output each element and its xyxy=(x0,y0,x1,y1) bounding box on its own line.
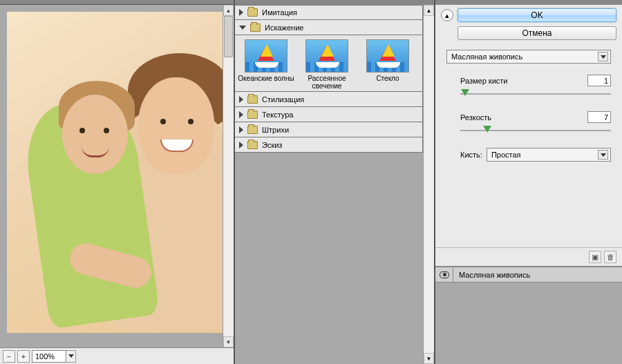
distort-thumbnails: Океанские волны Рассеянное свечение Стек… xyxy=(235,35,423,92)
category-label: Стилизация xyxy=(262,95,304,104)
sharpness-input[interactable] xyxy=(587,111,611,123)
param-sharpness: Резкость xyxy=(460,111,611,135)
disclosure-right-icon xyxy=(239,111,243,118)
category-label: Штрихи xyxy=(262,126,289,134)
double-chevron-up-icon: ▴ xyxy=(445,11,449,20)
preview-topbar xyxy=(0,0,234,5)
brush-type-row: Кисть: Простая xyxy=(460,148,611,162)
filter-select-value: Масляная живопись xyxy=(451,52,522,61)
controls-top: ▴ OK Отмена Масляная живопись Размер кис… xyxy=(435,0,622,162)
folder-icon xyxy=(247,126,258,134)
controls-panel: ▴ OK Отмена Масляная живопись Размер кис… xyxy=(435,0,622,364)
scroll-up-icon[interactable]: ▲ xyxy=(424,5,434,16)
layer-visibility-toggle[interactable] xyxy=(435,267,453,282)
scroll-down-icon[interactable]: ▼ xyxy=(424,353,434,364)
folder-icon xyxy=(247,111,258,119)
category-sketch[interactable]: Эскиз xyxy=(235,137,423,153)
dropdown-arrow-button[interactable] xyxy=(598,52,608,61)
disclosure-right-icon xyxy=(239,142,243,149)
zoom-dropdown-button[interactable] xyxy=(66,350,76,363)
tree-scrollbar-vertical[interactable]: ▲ ▼ xyxy=(423,5,434,364)
new-effect-layer-button[interactable]: ▣ xyxy=(589,251,601,263)
category-label: Текстура xyxy=(262,111,293,119)
filter-thumb-diffuse-glow[interactable]: Рассеянное свечение xyxy=(299,39,355,90)
filter-select-dropdown[interactable]: Масляная живопись xyxy=(446,50,611,64)
scroll-up-icon[interactable]: ▲ xyxy=(223,5,234,16)
folder-icon xyxy=(247,8,258,17)
delete-effect-layer-button[interactable]: 🗑 xyxy=(604,251,616,263)
chevron-down-icon xyxy=(601,153,606,157)
effect-layers-empty-area xyxy=(435,282,622,364)
trash-icon: 🗑 xyxy=(607,253,614,261)
cancel-button[interactable]: Отмена xyxy=(458,26,616,40)
layer-toolbar: ▣ 🗑 xyxy=(435,247,622,267)
preview-panel: ▲ ▼ − + 100% xyxy=(0,0,235,364)
disclosure-right-icon xyxy=(239,96,243,103)
thumb-label: Рассеянное свечение xyxy=(299,75,355,90)
scroll-down-icon[interactable]: ▼ xyxy=(223,336,234,347)
filter-thumb-ocean-ripple[interactable]: Океанские волны xyxy=(238,39,294,90)
ok-button[interactable]: OK xyxy=(458,8,616,22)
param-label: Резкость xyxy=(460,113,491,122)
eye-icon xyxy=(440,271,449,278)
chevron-down-icon xyxy=(68,354,74,358)
brush-type-value: Простая xyxy=(491,151,521,159)
filter-gallery-dialog: ▲ ▼ − + 100% Имитация xyxy=(0,0,622,364)
filter-tree-panel: Имитация Искажение Океанские волны Рассе… xyxy=(235,0,435,364)
page-icon: ▣ xyxy=(592,253,599,262)
category-label: Эскиз xyxy=(262,141,282,149)
brush-label: Кисть: xyxy=(460,151,482,159)
slider-thumb-icon[interactable] xyxy=(461,89,469,96)
param-brush-size: Размер кисти xyxy=(460,75,611,99)
category-label: Искажение xyxy=(265,23,303,32)
disclosure-right-icon xyxy=(239,9,243,16)
effect-layers-section: Масляная живопись xyxy=(435,267,622,364)
preview-scrollbar-vertical[interactable]: ▲ ▼ xyxy=(223,5,234,347)
slider-thumb-icon[interactable] xyxy=(483,126,491,133)
category-label: Имитация xyxy=(262,8,297,17)
zoom-in-button[interactable]: + xyxy=(17,350,30,363)
dropdown-arrow-button[interactable] xyxy=(598,150,608,160)
category-distort[interactable]: Искажение xyxy=(235,20,423,35)
filter-tree: Имитация Искажение Океанские волны Рассе… xyxy=(235,5,423,153)
zoom-field[interactable]: 100% xyxy=(32,350,66,363)
filter-thumb-glass[interactable]: Стекло xyxy=(359,39,416,90)
disclosure-right-icon xyxy=(239,126,243,133)
filter-params: Размер кисти Резкость xyxy=(460,75,611,135)
category-stylize[interactable]: Стилизация xyxy=(235,92,423,107)
brush-type-dropdown[interactable]: Простая xyxy=(487,148,611,162)
param-label: Размер кисти xyxy=(460,77,508,85)
chevron-down-icon xyxy=(601,55,606,59)
preview-image xyxy=(7,12,223,333)
category-brush-strokes[interactable]: Штрихи xyxy=(235,122,423,137)
collapse-button[interactable]: ▴ xyxy=(441,9,453,21)
preview-area: ▲ ▼ xyxy=(0,5,234,347)
folder-icon xyxy=(250,23,261,32)
sharpness-slider[interactable] xyxy=(460,126,611,135)
folder-icon xyxy=(247,141,258,149)
effect-layer-name: Масляная живопись xyxy=(453,271,530,279)
effect-layer-row[interactable]: Масляная живопись xyxy=(435,267,622,282)
folder-icon xyxy=(247,95,258,104)
category-texture[interactable]: Текстура xyxy=(235,107,423,122)
filter-tree-area: Имитация Искажение Океанские волны Рассе… xyxy=(235,0,434,364)
preview-bottombar: − + 100% xyxy=(0,347,234,364)
scroll-thumb[interactable] xyxy=(224,16,233,57)
brush-size-slider[interactable] xyxy=(460,89,611,99)
thumb-label: Стекло xyxy=(359,75,416,82)
zoom-out-button[interactable]: − xyxy=(3,350,15,363)
thumb-label: Океанские волны xyxy=(238,75,294,82)
category-imitation[interactable]: Имитация xyxy=(235,5,423,20)
disclosure-down-icon xyxy=(239,26,246,30)
brush-size-input[interactable] xyxy=(587,75,611,86)
